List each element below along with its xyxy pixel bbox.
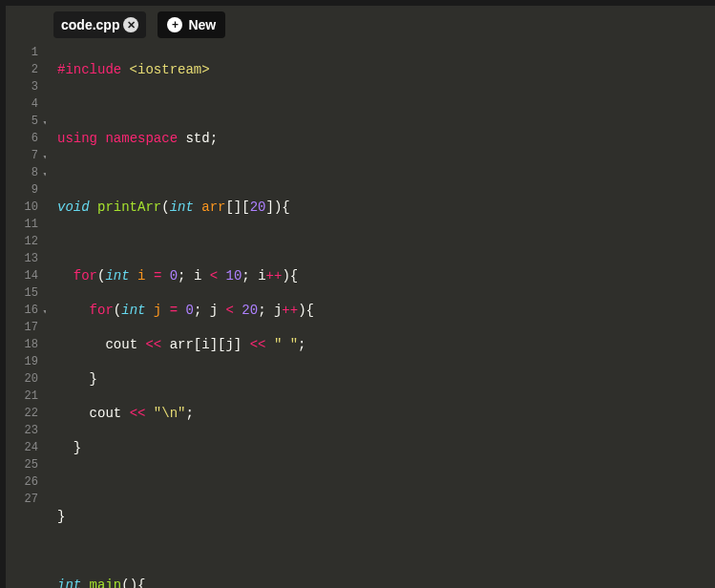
code-line <box>57 542 715 559</box>
line-number: 18 <box>6 336 38 353</box>
line-number-gutter: 1 2 3 4 5▾ 6 7▾ 8▾ 9 10 11 12 13 14 15 1… <box>6 44 46 588</box>
line-number: 14 <box>6 267 38 284</box>
code-line: cout << arr[i][j] << " "; <box>57 336 715 353</box>
line-number: 21 <box>6 388 38 405</box>
line-number: 8▾ <box>6 164 38 181</box>
line-number: 25 <box>6 456 38 473</box>
line-number: 4 <box>6 95 38 113</box>
new-tab-button[interactable]: + New <box>158 11 225 38</box>
line-number: 15 <box>6 284 38 302</box>
line-number: 10 <box>6 199 38 216</box>
code-area[interactable]: #include <iostream> using namespace std;… <box>46 44 715 588</box>
close-icon[interactable]: ✕ <box>123 17 138 32</box>
line-number: 17 <box>6 319 38 336</box>
line-number: 12 <box>6 233 38 250</box>
line-number: 23 <box>6 422 38 439</box>
line-number: 16▾ <box>6 302 38 319</box>
line-number: 2 <box>6 61 38 78</box>
tab-label: code.cpp <box>61 17 119 32</box>
line-number: 26 <box>6 473 38 491</box>
code-line: int main(){ <box>57 577 715 588</box>
line-number: 13 <box>6 250 38 267</box>
editor-window: code.cpp ✕ + New 1 2 3 4 5▾ 6 7▾ 8▾ 9 10… <box>0 0 715 588</box>
line-number: 22 <box>6 405 38 422</box>
code-line: using namespace std; <box>57 130 715 147</box>
line-number: 9 <box>6 181 38 199</box>
line-number: 27 <box>6 491 38 508</box>
code-line: } <box>57 439 715 456</box>
code-line: #include <iostream> <box>57 61 715 78</box>
tab-code-cpp[interactable]: code.cpp ✕ <box>53 11 146 38</box>
line-number: 5▾ <box>6 113 38 130</box>
code-line: for(int j = 0; j < 20; j++){ <box>57 302 715 319</box>
code-line <box>57 164 715 181</box>
new-tab-label: New <box>188 17 216 32</box>
code-line <box>57 233 715 250</box>
code-line: } <box>57 508 715 525</box>
code-line: } <box>57 370 715 388</box>
code-editor[interactable]: 1 2 3 4 5▾ 6 7▾ 8▾ 9 10 11 12 13 14 15 1… <box>6 44 715 588</box>
code-line <box>57 473 715 491</box>
code-line: for(int i = 0; i < 10; i++){ <box>57 267 715 284</box>
tab-bar: code.cpp ✕ + New <box>6 6 715 44</box>
line-number: 7▾ <box>6 147 38 164</box>
line-number: 6 <box>6 130 38 147</box>
code-line: void printArr(int arr[][20]){ <box>57 199 715 216</box>
line-number: 19 <box>6 353 38 370</box>
line-number: 24 <box>6 439 38 456</box>
line-number: 20 <box>6 370 38 388</box>
code-line: cout << "\n"; <box>57 405 715 422</box>
line-number: 11 <box>6 216 38 233</box>
line-number: 3 <box>6 78 38 95</box>
plus-icon: + <box>167 17 182 32</box>
line-number: 1 <box>6 44 38 61</box>
code-line <box>57 95 715 113</box>
